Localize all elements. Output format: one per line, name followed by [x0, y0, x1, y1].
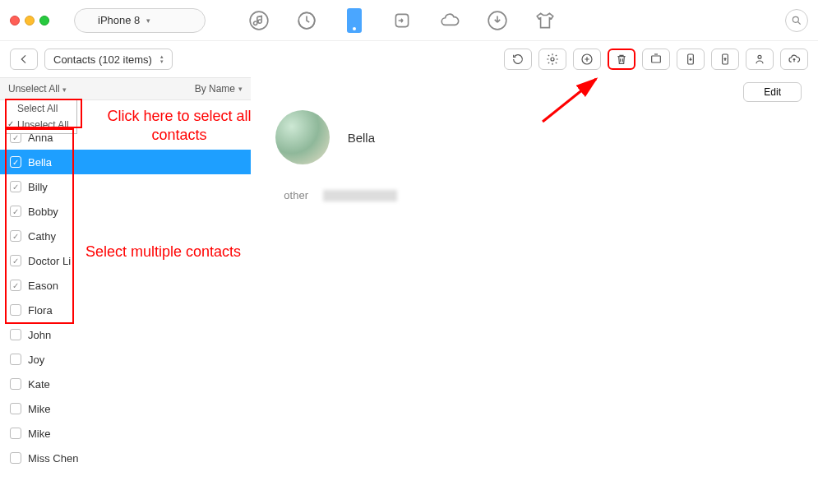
to-device-icon: [649, 53, 663, 66]
download-icon[interactable]: [485, 8, 510, 33]
breadcrumb[interactable]: Contacts (102 items) ▴▾: [44, 49, 173, 70]
contact-row-name: Cathy: [28, 230, 56, 243]
category-icons: [247, 8, 557, 33]
contact-checkbox[interactable]: [10, 181, 21, 192]
back-button[interactable]: [10, 49, 38, 70]
cloud-upload-button[interactable]: [780, 49, 808, 70]
contact-checkbox[interactable]: [10, 304, 21, 316]
contact-row[interactable]: John: [0, 322, 251, 347]
contact-row[interactable]: Miss Chen: [0, 446, 251, 470]
close-window-button[interactable]: [10, 16, 20, 25]
menu-select-all[interactable]: Select All: [6, 100, 76, 117]
contact-row[interactable]: Joy: [0, 347, 251, 372]
device-selector[interactable]: iPhone 8 ▾: [74, 8, 206, 33]
contact-checkbox[interactable]: [10, 255, 21, 266]
selection-dropdown[interactable]: Unselect All ▾: [8, 83, 67, 95]
svg-point-4: [793, 16, 798, 22]
field-label: other: [275, 189, 308, 201]
plus-circle-icon: [580, 53, 594, 66]
contact-row-name: Kate: [28, 378, 50, 391]
caret-down-icon: ▾: [62, 86, 67, 94]
contact-row-name: John: [28, 329, 51, 341]
device-icon[interactable]: [342, 8, 367, 33]
contact-checkbox[interactable]: [10, 156, 21, 168]
stepper-icon: ▴▾: [160, 54, 164, 64]
menu-unselect-all[interactable]: Unselect All: [6, 117, 76, 133]
caret-down-icon: ▾: [238, 85, 243, 93]
chevron-down-icon: ▾: [146, 16, 150, 25]
chevron-left-icon: [17, 53, 30, 66]
svg-point-5: [551, 58, 554, 61]
contact-row-name: Billy: [28, 181, 48, 193]
contact-row[interactable]: Billy: [0, 174, 251, 199]
sidebar-wrapper: Unselect All ▾ By Name ▾ Select All Unse…: [0, 77, 251, 504]
maximize-window-button[interactable]: [39, 16, 49, 25]
search-button[interactable]: [785, 9, 808, 32]
contact-checkbox[interactable]: [10, 329, 21, 340]
to-ios-icon[interactable]: [390, 8, 414, 33]
music-icon[interactable]: [247, 8, 271, 33]
contact-field-row: other: [275, 189, 793, 201]
to-device-button[interactable]: [642, 49, 670, 70]
main-content: Unselect All ▾ By Name ▾ Select All Unse…: [0, 77, 818, 504]
minimize-window-button[interactable]: [25, 16, 35, 25]
contact-name: Bella: [348, 131, 375, 145]
window-controls: [10, 16, 49, 25]
tshirt-icon[interactable]: [533, 8, 557, 33]
contact-avatar: [275, 110, 330, 164]
contact-row[interactable]: Cathy: [0, 224, 251, 248]
contact-checkbox[interactable]: [10, 230, 21, 242]
cloud-upload-icon: [788, 53, 801, 66]
contact-checkbox[interactable]: [10, 354, 21, 365]
history-icon[interactable]: [294, 8, 319, 33]
contact-row[interactable]: Doctor Li: [0, 248, 251, 273]
import-button[interactable]: [677, 49, 705, 70]
contact-row[interactable]: Kate: [0, 372, 251, 396]
contact-row-name: Flora: [28, 304, 53, 317]
contact-row[interactable]: Mike: [0, 396, 251, 421]
contact-row-name: Miss Chen: [28, 452, 78, 465]
contact-checkbox[interactable]: [10, 403, 21, 414]
export-button[interactable]: [711, 49, 739, 70]
contact-checkbox[interactable]: [10, 428, 21, 439]
add-button[interactable]: [573, 49, 601, 70]
contact-row-name: Bella: [28, 156, 52, 169]
top-toolbar: iPhone 8 ▾: [0, 0, 818, 41]
edit-button[interactable]: Edit: [743, 82, 802, 102]
navigation-bar: Contacts (102 items) ▴▾: [0, 41, 818, 77]
cloud-icon[interactable]: [437, 8, 462, 33]
search-icon: [791, 15, 802, 26]
device-name: iPhone 8: [98, 14, 140, 26]
settings-button[interactable]: [538, 49, 566, 70]
contact-row[interactable]: Bella: [0, 150, 251, 174]
contact-row[interactable]: Mike: [0, 421, 251, 446]
trash-icon: [615, 53, 628, 66]
contact-row-name: Mike: [28, 428, 50, 440]
merge-button[interactable]: [746, 49, 774, 70]
contact-checkbox[interactable]: [10, 378, 21, 390]
contact-row-name: Bobby: [28, 206, 58, 218]
contact-checkbox[interactable]: [10, 206, 21, 217]
svg-rect-7: [652, 56, 661, 62]
selection-menu: Select All Unselect All: [5, 99, 77, 134]
delete-button[interactable]: [608, 49, 635, 70]
import-icon: [684, 53, 697, 66]
contact-row[interactable]: Flora: [0, 298, 251, 322]
contact-row-name: Mike: [28, 403, 50, 415]
gear-icon: [546, 53, 559, 66]
contact-checkbox[interactable]: [10, 452, 21, 464]
contact-list[interactable]: AnnAnnaBellaBillyBobbyCathyDoctor LiEaso…: [0, 100, 251, 470]
person-icon: [753, 53, 766, 66]
sort-dropdown[interactable]: By Name ▾: [195, 83, 243, 95]
contact-row-name: Joy: [28, 354, 44, 366]
contact-row-name: Doctor Li: [28, 255, 71, 267]
contact-row[interactable]: Eason: [0, 273, 251, 298]
contact-checkbox[interactable]: [10, 280, 21, 291]
contact-detail: Edit Bella other: [251, 77, 818, 504]
refresh-button[interactable]: [504, 49, 532, 70]
filter-bar: Unselect All ▾ By Name ▾ Select All Unse…: [0, 77, 251, 100]
refresh-icon: [511, 53, 525, 66]
breadcrumb-label: Contacts (102 items): [53, 53, 152, 66]
contact-row[interactable]: Bobby: [0, 199, 251, 224]
export-icon: [719, 53, 732, 66]
